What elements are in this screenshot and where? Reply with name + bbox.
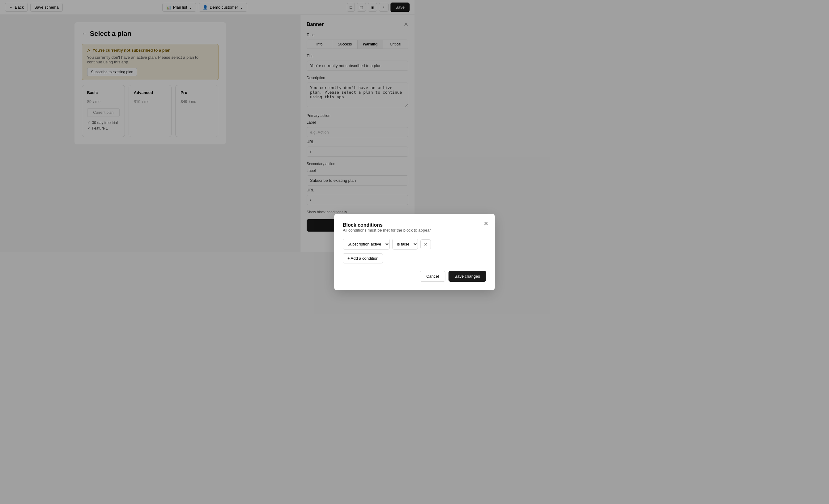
condition-operator-select[interactable]: is false <box>392 239 414 250</box>
modal-header: Block conditions ✕ All conditions must b… <box>343 222 414 232</box>
block-conditions-modal: Block conditions ✕ All conditions must b… <box>334 214 414 252</box>
condition-row: Subscription active is false ✕ <box>343 239 414 250</box>
modal-title: Block conditions <box>343 222 414 228</box>
condition-field-select[interactable]: Subscription active <box>343 239 390 250</box>
modal-overlay: Block conditions ✕ All conditions must b… <box>0 0 414 252</box>
modal-subtitle: All conditions must be met for the block… <box>343 228 414 232</box>
